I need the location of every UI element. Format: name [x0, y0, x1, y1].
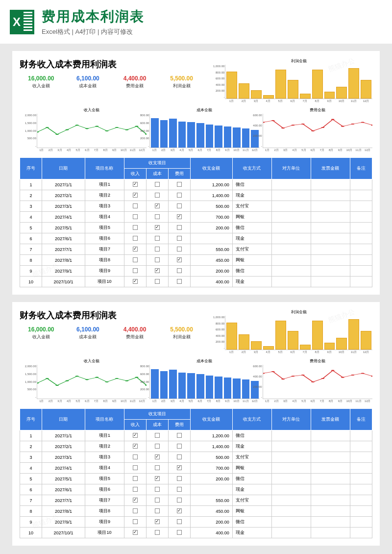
checkbox-income[interactable]	[133, 454, 138, 459]
checkbox-cost[interactable]	[155, 498, 160, 503]
checkbox-cost[interactable]	[155, 193, 160, 198]
checkbox-expense[interactable]	[177, 530, 182, 535]
chart-利润金额: 利润金额1,000.00800.00600.00400.00200.00-1月2…	[225, 58, 372, 103]
checkbox-income[interactable]	[133, 433, 138, 438]
svg-point-22	[361, 122, 364, 123]
checkbox-cost[interactable]	[155, 465, 160, 470]
checkbox-income[interactable]	[133, 182, 138, 187]
checkbox-income[interactable]	[133, 203, 138, 208]
table-row: 52027/5/1项目5200.00微信	[20, 223, 372, 233]
checkbox-income[interactable]	[133, 508, 138, 513]
svg-point-42	[321, 378, 324, 379]
checkbox-income[interactable]	[133, 268, 138, 273]
checkbox-expense[interactable]	[177, 225, 182, 230]
table-row: 92027/9/1项目9200.00微信	[20, 266, 372, 277]
checkbox-cost[interactable]	[155, 444, 160, 449]
checkbox-cost[interactable]	[155, 433, 160, 438]
checkbox-cost[interactable]	[155, 214, 160, 219]
checkbox-cost[interactable]	[155, 182, 160, 187]
svg-point-1	[46, 127, 49, 128]
data-table: 序号日期项目名称收支项目收支金额收支方式对方单位发票金额备注收入成本费用1202…	[20, 157, 372, 287]
checkbox-income[interactable]	[133, 530, 138, 535]
checkbox-expense[interactable]	[177, 433, 182, 438]
table-row: 102027/10/1项目10400.00现金	[20, 277, 372, 287]
sheet-title: 财务收入成本费用利润表	[20, 58, 203, 70]
checkbox-income[interactable]	[133, 444, 138, 449]
header-title: 费用成本利润表	[42, 7, 382, 26]
table-row: 52027/5/1项目5200.00微信	[20, 474, 372, 484]
checkbox-income[interactable]	[133, 225, 138, 230]
checkbox-cost[interactable]	[155, 530, 160, 535]
table-row: 42027/4/1项目4700.00网银	[20, 463, 372, 474]
svg-point-15	[291, 125, 294, 126]
checkbox-cost[interactable]	[155, 476, 160, 481]
checkbox-cost[interactable]	[155, 279, 160, 284]
checkbox-income[interactable]	[133, 465, 138, 470]
svg-point-6	[95, 126, 98, 127]
checkbox-expense[interactable]	[177, 279, 182, 284]
checkbox-expense[interactable]	[177, 268, 182, 273]
checkbox-cost[interactable]	[155, 519, 160, 524]
svg-point-16	[301, 124, 305, 125]
svg-point-28	[75, 376, 79, 377]
checkbox-income[interactable]	[133, 476, 138, 481]
checkbox-cost[interactable]	[155, 236, 160, 241]
svg-point-31	[105, 381, 109, 382]
checkbox-income[interactable]	[133, 279, 138, 284]
svg-point-39	[291, 376, 294, 377]
chart-成本金额: 成本金额800.00600.00400.00200.00-1月2月3月4月5月6…	[149, 358, 259, 403]
checkbox-expense[interactable]	[177, 454, 182, 459]
table-row: 82027/8/1项目8450.00网银	[20, 506, 372, 517]
spreadsheet-page: 熊猫办公熊猫办公财务收入成本费用利润表16,000.00收入金额6,100.00…	[12, 302, 380, 546]
checkbox-expense[interactable]	[177, 508, 182, 513]
svg-point-4	[75, 125, 79, 126]
svg-point-3	[66, 129, 69, 130]
checkbox-expense[interactable]	[177, 193, 182, 198]
checkbox-income[interactable]	[133, 487, 138, 492]
checkbox-income[interactable]	[133, 257, 138, 262]
svg-point-8	[115, 127, 119, 128]
checkbox-expense[interactable]	[177, 465, 182, 470]
svg-point-26	[55, 385, 59, 386]
table-row: 72027/7/1项目7550.00支付宝	[20, 244, 372, 255]
checkbox-expense[interactable]	[177, 476, 182, 481]
checkbox-income[interactable]	[133, 247, 138, 252]
checkbox-expense[interactable]	[177, 236, 182, 241]
checkbox-cost[interactable]	[155, 247, 160, 252]
checkbox-expense[interactable]	[177, 247, 182, 252]
svg-point-44	[341, 377, 344, 378]
svg-point-14	[281, 127, 285, 128]
checkbox-income[interactable]	[133, 519, 138, 524]
svg-point-17	[311, 130, 315, 131]
chart-利润金额: 利润金额1,000.00800.00600.00400.00200.00-1月2…	[225, 309, 372, 354]
checkbox-expense[interactable]	[177, 487, 182, 492]
table-row: 72027/7/1项目7550.00支付宝	[20, 495, 372, 506]
svg-point-43	[331, 370, 334, 371]
checkbox-expense[interactable]	[177, 519, 182, 524]
summary-item: 16,000.00收入金额	[20, 326, 63, 340]
checkbox-expense[interactable]	[177, 498, 182, 503]
checkbox-cost[interactable]	[155, 487, 160, 492]
checkbox-income[interactable]	[133, 236, 138, 241]
checkbox-cost[interactable]	[155, 257, 160, 262]
checkbox-income[interactable]	[133, 498, 138, 503]
checkbox-cost[interactable]	[155, 268, 160, 273]
svg-point-19	[331, 119, 334, 120]
checkbox-expense[interactable]	[177, 182, 182, 187]
svg-point-20	[341, 126, 344, 127]
spreadsheet-page: 熊猫办公熊猫办公财务收入成本费用利润表16,000.00收入金额6,100.00…	[12, 51, 380, 295]
checkbox-expense[interactable]	[177, 257, 182, 262]
checkbox-income[interactable]	[133, 193, 138, 198]
data-table: 序号日期项目名称收支项目收支金额收支方式对方单位发票金额备注收入成本费用1202…	[20, 408, 372, 538]
checkbox-cost[interactable]	[155, 225, 160, 230]
checkbox-cost[interactable]	[155, 508, 160, 513]
table-row: 92027/9/1项目9200.00微信	[20, 517, 372, 528]
checkbox-expense[interactable]	[177, 444, 182, 449]
svg-point-45	[351, 375, 354, 376]
checkbox-expense[interactable]	[177, 214, 182, 219]
checkbox-expense[interactable]	[177, 203, 182, 208]
checkbox-cost[interactable]	[155, 454, 160, 459]
checkbox-income[interactable]	[133, 214, 138, 219]
checkbox-cost[interactable]	[155, 203, 160, 208]
svg-point-41	[311, 381, 315, 382]
